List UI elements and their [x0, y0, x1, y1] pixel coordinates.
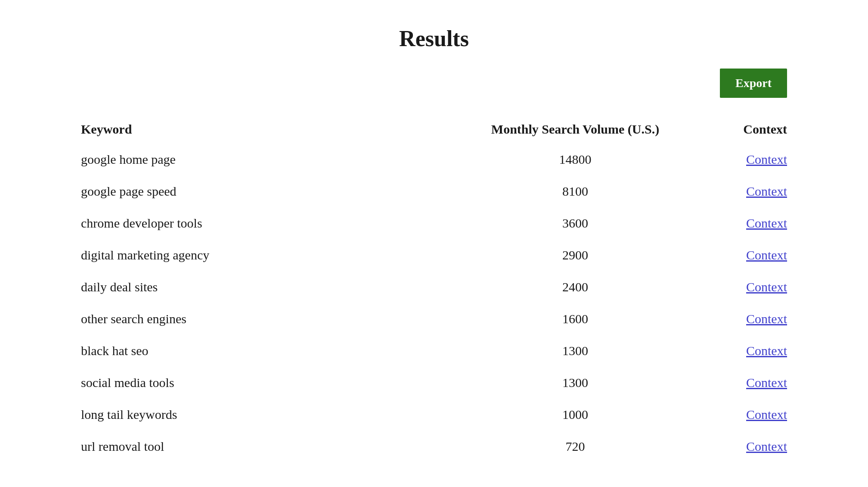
cell-context: Context: [681, 239, 787, 271]
cell-context: Context: [681, 367, 787, 399]
table-row: url removal tool720Context: [81, 431, 787, 462]
cell-context: Context: [681, 431, 787, 462]
cell-context: Context: [681, 175, 787, 207]
cell-keyword: google home page: [81, 144, 469, 175]
context-link[interactable]: Context: [746, 280, 787, 294]
cell-volume: 1300: [469, 367, 681, 399]
cell-context: Context: [681, 399, 787, 431]
context-link[interactable]: Context: [746, 184, 787, 198]
table-row: black hat seo1300Context: [81, 335, 787, 367]
table-row: chrome developer tools3600Context: [81, 207, 787, 239]
cell-keyword: other search engines: [81, 303, 469, 335]
cell-keyword: social media tools: [81, 367, 469, 399]
cell-volume: 720: [469, 431, 681, 462]
export-button[interactable]: Export: [720, 69, 787, 98]
cell-context: Context: [681, 144, 787, 175]
cell-keyword: daily deal sites: [81, 271, 469, 303]
table-header-row: Keyword Monthly Search Volume (U.S.) Con…: [81, 115, 787, 144]
cell-volume: 1600: [469, 303, 681, 335]
table-row: digital marketing agency2900Context: [81, 239, 787, 271]
page-container: Results Export Keyword Monthly Search Vo…: [46, 0, 822, 487]
table-row: other search engines1600Context: [81, 303, 787, 335]
cell-volume: 8100: [469, 175, 681, 207]
context-link[interactable]: Context: [746, 407, 787, 421]
context-link[interactable]: Context: [746, 343, 787, 358]
cell-keyword: black hat seo: [81, 335, 469, 367]
cell-volume: 2900: [469, 239, 681, 271]
cell-volume: 14800: [469, 144, 681, 175]
context-link[interactable]: Context: [746, 439, 787, 453]
table-row: google page speed8100Context: [81, 175, 787, 207]
cell-keyword: google page speed: [81, 175, 469, 207]
toolbar: Export: [81, 69, 787, 98]
page-title: Results: [81, 26, 787, 51]
cell-volume: 2400: [469, 271, 681, 303]
table-row: daily deal sites2400Context: [81, 271, 787, 303]
table-row: google home page14800Context: [81, 144, 787, 175]
cell-volume: 1000: [469, 399, 681, 431]
header-volume: Monthly Search Volume (U.S.): [469, 115, 681, 144]
context-link[interactable]: Context: [746, 152, 787, 166]
cell-context: Context: [681, 271, 787, 303]
cell-volume: 1300: [469, 335, 681, 367]
context-link[interactable]: Context: [746, 375, 787, 390]
context-link[interactable]: Context: [746, 312, 787, 326]
results-table: Keyword Monthly Search Volume (U.S.) Con…: [81, 115, 787, 462]
table-row: long tail keywords1000Context: [81, 399, 787, 431]
context-link[interactable]: Context: [746, 216, 787, 230]
cell-context: Context: [681, 303, 787, 335]
cell-keyword: digital marketing agency: [81, 239, 469, 271]
header-keyword: Keyword: [81, 115, 469, 144]
cell-keyword: chrome developer tools: [81, 207, 469, 239]
header-context: Context: [681, 115, 787, 144]
cell-context: Context: [681, 335, 787, 367]
cell-keyword: long tail keywords: [81, 399, 469, 431]
cell-volume: 3600: [469, 207, 681, 239]
cell-keyword: url removal tool: [81, 431, 469, 462]
context-link[interactable]: Context: [746, 248, 787, 262]
table-row: social media tools1300Context: [81, 367, 787, 399]
cell-context: Context: [681, 207, 787, 239]
